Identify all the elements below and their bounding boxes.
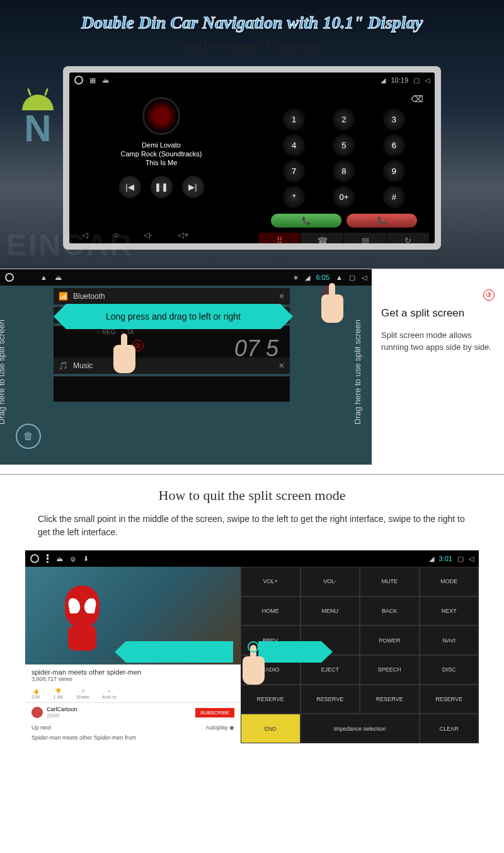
download-icon: ⬇ (83, 555, 89, 563)
clear-all-button[interactable]: 🗑 (16, 424, 41, 449)
close-icon[interactable]: ✕ (278, 361, 285, 370)
add-button[interactable]: +Add to (102, 688, 117, 700)
hangup-button[interactable]: 📞 (346, 214, 417, 228)
vol-up[interactable]: ◁+ (178, 230, 189, 240)
dialpad: 1 2 3 4 5 6 7 8 9 * 0+ # (258, 105, 430, 211)
drag-zone-left[interactable]: Drag here to use split screen (0, 320, 6, 424)
split-description: ③ Get a split screen Split screen mode a… (372, 269, 504, 465)
dial-9[interactable]: 9 (383, 160, 405, 182)
warning-icon: ▲ (40, 274, 47, 281)
recents-icon[interactable]: ▢ (457, 555, 464, 563)
swipe-right-arrow (258, 641, 321, 663)
dislike-button[interactable]: 👎1.6K (53, 688, 63, 700)
dial-3[interactable]: 3 (383, 108, 405, 131)
dial-2[interactable]: 2 (333, 108, 355, 131)
menu-button[interactable]: MENU (301, 596, 360, 626)
clock: 10:19 (391, 76, 408, 84)
picture-icon: ⛰ (55, 274, 62, 281)
book-tab[interactable]: ▤ (344, 233, 387, 243)
home-button[interactable]: HOME (241, 596, 301, 626)
watermark: EINCAR (6, 228, 134, 262)
dial-star[interactable]: * (283, 186, 305, 208)
hand-pointer-icon (321, 294, 343, 323)
end-button[interactable]: END (241, 714, 301, 743)
close-icon[interactable]: ✕ (278, 292, 285, 301)
autoplay-toggle[interactable]: Autoplay ◉ (205, 724, 234, 731)
like-button[interactable]: 👍22K (32, 688, 40, 700)
reserve-button[interactable]: RESERVE (360, 685, 420, 714)
section3-desc: Click the small point in the middle of t… (0, 513, 504, 539)
step-3: ③ (483, 289, 495, 301)
contacts-tab[interactable]: ☎ (301, 233, 344, 243)
recents-icon[interactable]: ▢ (349, 274, 355, 282)
prev-button[interactable]: |◀ (119, 176, 141, 198)
picture-icon: ⛰ (56, 555, 63, 562)
next-video-title: Spider-man meets other Spider-men from (25, 733, 241, 742)
dial-8[interactable]: 8 (333, 160, 355, 182)
subs-count: 296K (47, 712, 77, 719)
dialer-pane: ⌫ 1 2 3 4 5 6 7 8 9 * 0+ # (253, 88, 435, 226)
mode-button[interactable]: MODE (420, 567, 479, 596)
dial-0[interactable]: 0+ (333, 186, 355, 208)
speech-button[interactable]: SPEECH (360, 655, 420, 685)
album-art (142, 97, 180, 135)
vol-down-button[interactable]: VOL- (301, 567, 360, 596)
dial-hash[interactable]: # (383, 186, 405, 208)
next-button[interactable]: NEXT (420, 596, 479, 626)
drag-zone-right[interactable]: Drag here to use split screen (353, 320, 362, 424)
hand-pointer-icon (113, 345, 135, 373)
vol-down[interactable]: ◁- (144, 230, 152, 240)
dialpad-tab[interactable]: ⠿ (258, 233, 301, 243)
menu-icon (47, 554, 49, 563)
wifi-icon: ◢ (381, 76, 386, 84)
usb-icon: ψ (71, 555, 76, 562)
split-handle[interactable] (248, 641, 259, 653)
dial-6[interactable]: 6 (383, 134, 405, 156)
channel-avatar (32, 707, 43, 718)
channel-name: CarlCartoon (47, 706, 77, 712)
hero-section: Double Din Car Navigation with 10.1" Dis… (0, 0, 504, 269)
pause-button[interactable]: ❚❚ (151, 176, 173, 198)
reserve-button[interactable]: RESERVE (301, 685, 360, 714)
subscribe-button[interactable]: SUBSCRIBE (195, 708, 234, 717)
mute-button[interactable]: MUTE (360, 567, 420, 596)
square-icon: ▢ (413, 76, 420, 84)
android-n-logo: N (9, 95, 66, 158)
split-instruction-section: ▲ ⛰ ∗ ◢ 6:05 ▲ ▢ ◁ Drag here to use spli… (0, 269, 504, 465)
next-button[interactable]: ▶| (182, 176, 204, 198)
picture-icon: ⛰ (102, 76, 109, 84)
dial-5[interactable]: 5 (333, 134, 355, 156)
wifi-icon: ◢ (429, 555, 434, 563)
vol-up-button[interactable]: VOL+ (241, 567, 301, 596)
back-icon[interactable]: ◁ (362, 274, 367, 282)
video-views: 3,608,717 views (32, 676, 234, 682)
history-tab[interactable]: ↻ (387, 233, 430, 243)
app-card-bluetooth[interactable]: 📶Bluetooth✕ (54, 288, 290, 305)
split-screenshot: ▲ ⛰ ∗ ◢ 6:05 ▲ ▢ ◁ Drag here to use spli… (0, 269, 372, 465)
spiderman-character (50, 586, 113, 655)
hero-title: Double Din Car Navigation with 10.1" Dis… (9, 13, 495, 33)
impedance-button[interactable]: Impedance selection (301, 714, 420, 743)
clear-button[interactable]: CLEAR (420, 714, 479, 743)
track-name: This Is Me (76, 159, 247, 166)
card-label: Music (73, 361, 93, 370)
back-button[interactable]: BACK (360, 596, 420, 626)
back-icon[interactable]: ◁ (469, 555, 474, 563)
share-button[interactable]: ↗Share (76, 688, 89, 700)
reserve-button[interactable]: RESERVE (241, 685, 301, 714)
section3-title: How to quit the split screen mode (0, 487, 504, 504)
dial-1[interactable]: 1 (283, 108, 305, 131)
quit-split-section: How to quit the split screen mode Click … (0, 474, 504, 743)
eject-icon: ▲ (336, 274, 343, 281)
desc-body: Split screen mode allows running two app… (381, 329, 495, 354)
status-bar: ▦ ⛰ ◢ 10:19 ▢ ◁ (69, 73, 435, 88)
dial-4[interactable]: 4 (283, 134, 305, 156)
navi-button[interactable]: NAVI (420, 625, 479, 655)
call-button[interactable]: 📞 (271, 214, 341, 228)
backspace-button[interactable]: ⌫ (258, 93, 430, 105)
disc-button[interactable]: DISC (420, 655, 479, 685)
dial-7[interactable]: 7 (283, 160, 305, 182)
power-button[interactable]: POWER (360, 625, 420, 655)
reserve-button[interactable]: RESERVE (420, 685, 479, 714)
card-label: Bluetooth (73, 292, 105, 301)
